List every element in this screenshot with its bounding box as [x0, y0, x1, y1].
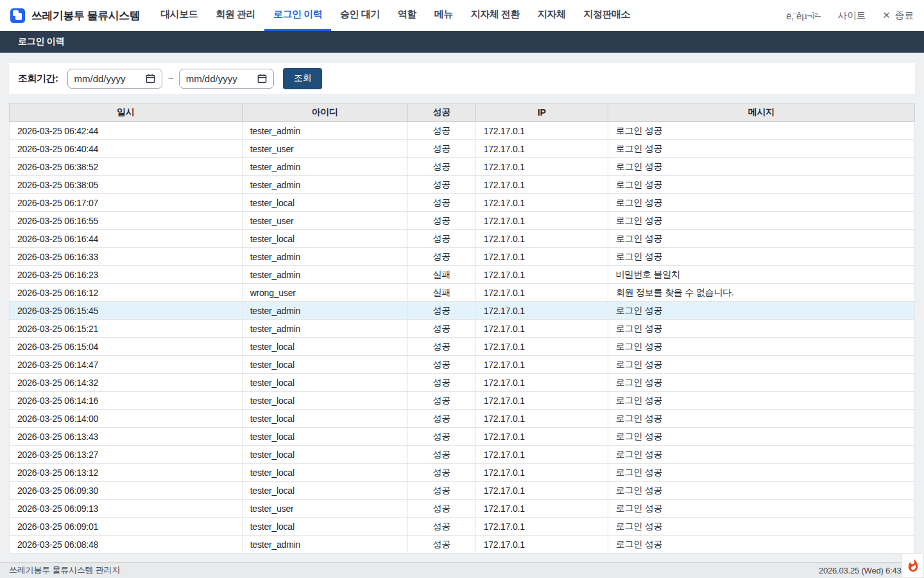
cell-result: 성공	[407, 230, 475, 248]
cell-result: 성공	[407, 194, 475, 212]
nav-item-3[interactable]: 승인 대기	[331, 0, 389, 31]
cell-datetime: 2026-03-25 06:09:01	[10, 518, 243, 536]
table-row[interactable]: 2026-03-25 06:13:12 tester_local 성공 172.…	[10, 464, 915, 482]
table-row[interactable]: 2026-03-25 06:14:47 tester_local 성공 172.…	[10, 356, 915, 374]
cell-message: 로그인 성공	[608, 212, 914, 230]
cell-message: 로그인 성공	[608, 374, 914, 392]
table-row[interactable]: 2026-03-25 06:16:23 tester_admin 실패 172.…	[10, 266, 915, 284]
cell-user-id: tester_admin	[242, 302, 407, 320]
cell-ip: 172.17.0.1	[475, 392, 608, 410]
cell-result: 성공	[407, 446, 475, 464]
table-row[interactable]: 2026-03-25 06:09:30 tester_local 성공 172.…	[10, 482, 915, 500]
cell-user-id: tester_local	[242, 446, 407, 464]
cell-ip: 172.17.0.1	[475, 482, 608, 500]
table-row[interactable]: 2026-03-25 06:14:16 tester_local 성공 172.…	[10, 392, 915, 410]
cell-result: 실패	[407, 284, 475, 302]
cell-datetime: 2026-03-25 06:13:27	[10, 446, 243, 464]
page-title: 로그인 이력	[18, 36, 64, 48]
table-row[interactable]: 2026-03-25 06:16:44 tester_local 성공 172.…	[10, 230, 915, 248]
cell-user-id: tester_admin	[242, 320, 407, 338]
cell-datetime: 2026-03-25 06:15:21	[10, 320, 243, 338]
end-date-placeholder: mm/dd/yyyy	[186, 73, 237, 84]
cell-ip: 172.17.0.1	[475, 374, 608, 392]
col-user-id: 아이디	[242, 103, 407, 122]
start-date-input[interactable]: mm/dd/yyyy	[67, 69, 162, 89]
cell-datetime: 2026-03-25 06:17:07	[10, 194, 243, 212]
cell-ip: 172.17.0.1	[475, 212, 608, 230]
nav-item-2[interactable]: 로그인 이력	[264, 0, 331, 31]
nav-item-8[interactable]: 지정판매소	[574, 0, 639, 31]
table-row[interactable]: 2026-03-25 06:09:13 tester_user 성공 172.1…	[10, 500, 915, 518]
cell-user-id: tester_local	[242, 230, 407, 248]
table-row[interactable]: 2026-03-25 06:38:05 tester_admin 성공 172.…	[10, 176, 915, 194]
account-label: ë‚¨êµ¬ì²-	[786, 10, 821, 21]
table-row[interactable]: 2026-03-25 06:38:52 tester_admin 성공 172.…	[10, 158, 915, 176]
cell-datetime: 2026-03-25 06:14:47	[10, 356, 243, 374]
close-icon: ✕	[882, 10, 890, 21]
cell-result: 성공	[407, 428, 475, 446]
cell-result: 성공	[407, 248, 475, 266]
cell-user-id: tester_admin	[242, 536, 407, 554]
table-row[interactable]: 2026-03-25 06:14:32 tester_local 성공 172.…	[10, 374, 915, 392]
nav-item-7[interactable]: 지자체	[529, 0, 575, 31]
cell-user-id: wrong_user	[242, 284, 407, 302]
nav-item-5[interactable]: 메뉴	[425, 0, 462, 31]
cell-message: 로그인 성공	[608, 464, 914, 482]
cell-user-id: tester_user	[242, 500, 407, 518]
nav-item-4[interactable]: 역할	[389, 0, 425, 31]
cell-datetime: 2026-03-25 06:15:04	[10, 338, 243, 356]
table-row[interactable]: 2026-03-25 06:16:55 tester_user 성공 172.1…	[10, 212, 915, 230]
table-row[interactable]: 2026-03-25 06:15:45 tester_admin 성공 172.…	[10, 302, 915, 320]
table-row[interactable]: 2026-03-25 06:15:21 tester_admin 성공 172.…	[10, 320, 915, 338]
cell-datetime: 2026-03-25 06:42:44	[10, 122, 243, 140]
cell-message: 로그인 성공	[608, 176, 914, 194]
cell-ip: 172.17.0.1	[475, 140, 608, 158]
debug-toolbar-toggle[interactable]	[902, 553, 924, 578]
table-row[interactable]: 2026-03-25 06:15:04 tester_local 성공 172.…	[10, 338, 915, 356]
footer-datetime: 2026.03.25 (Wed) 6:43:21	[819, 566, 912, 575]
col-result: 성공	[407, 103, 475, 122]
table-row[interactable]: 2026-03-25 06:40:44 tester_user 성공 172.1…	[10, 140, 915, 158]
login-history-table: 일시 아이디 성공 IP 메시지 2026-03-25 06:42:44 tes…	[9, 103, 915, 554]
site-link[interactable]: 사이트	[837, 10, 866, 22]
cell-user-id: tester_local	[242, 356, 407, 374]
table-row[interactable]: 2026-03-25 06:16:12 wrong_user 실패 172.17…	[10, 284, 915, 302]
header-right: ë‚¨êµ¬ì²- 사이트 ✕ 종료	[786, 10, 914, 22]
cell-user-id: tester_user	[242, 212, 407, 230]
cell-ip: 172.17.0.1	[475, 248, 608, 266]
search-button[interactable]: 조회	[283, 68, 322, 89]
table-row[interactable]: 2026-03-25 06:42:44 tester_admin 성공 172.…	[10, 122, 915, 140]
cell-datetime: 2026-03-25 06:13:43	[10, 428, 243, 446]
cell-datetime: 2026-03-25 06:16:23	[10, 266, 243, 284]
start-date-placeholder: mm/dd/yyyy	[74, 73, 126, 84]
cell-message: 로그인 성공	[608, 410, 914, 428]
cell-result: 실패	[407, 266, 475, 284]
table-row[interactable]: 2026-03-25 06:16:33 tester_admin 성공 172.…	[10, 248, 915, 266]
app-logo-icon	[10, 8, 25, 23]
table-row[interactable]: 2026-03-25 06:17:07 tester_local 성공 172.…	[10, 194, 915, 212]
cell-user-id: tester_local	[242, 464, 407, 482]
cell-result: 성공	[407, 482, 475, 500]
cell-result: 성공	[407, 176, 475, 194]
nav-item-0[interactable]: 대시보드	[151, 0, 207, 31]
cell-datetime: 2026-03-25 06:16:12	[10, 284, 243, 302]
table-row[interactable]: 2026-03-25 06:08:48 tester_admin 성공 172.…	[10, 536, 915, 554]
table-row[interactable]: 2026-03-25 06:14:00 tester_local 성공 172.…	[10, 410, 915, 428]
table-row[interactable]: 2026-03-25 06:09:01 tester_local 성공 172.…	[10, 518, 915, 536]
cell-user-id: tester_local	[242, 374, 407, 392]
table-row[interactable]: 2026-03-25 06:13:43 tester_local 성공 172.…	[10, 428, 915, 446]
cell-message: 로그인 성공	[608, 320, 914, 338]
cell-datetime: 2026-03-25 06:13:12	[10, 464, 243, 482]
cell-result: 성공	[407, 500, 475, 518]
cell-user-id: tester_local	[242, 338, 407, 356]
end-date-input[interactable]: mm/dd/yyyy	[179, 69, 274, 89]
cell-ip: 172.17.0.1	[475, 176, 608, 194]
exit-button[interactable]: ✕ 종료	[882, 10, 914, 22]
cell-user-id: tester_admin	[242, 248, 407, 266]
cell-message: 로그인 성공	[608, 194, 914, 212]
nav-item-1[interactable]: 회원 관리	[207, 0, 264, 31]
table-header: 일시 아이디 성공 IP 메시지	[10, 103, 915, 122]
nav-item-6[interactable]: 지자체 전환	[462, 0, 529, 31]
table-row[interactable]: 2026-03-25 06:13:27 tester_local 성공 172.…	[10, 446, 915, 464]
cell-result: 성공	[407, 410, 475, 428]
